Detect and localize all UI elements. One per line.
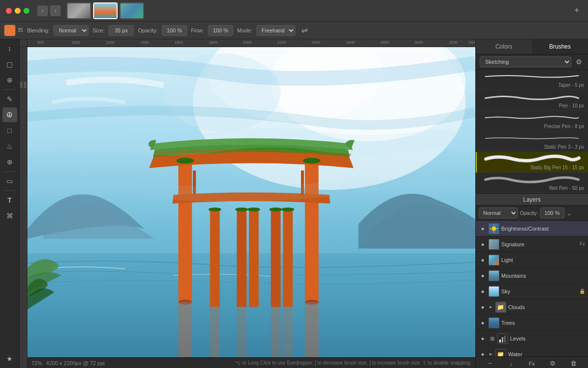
layer-visibility-light[interactable]: ● bbox=[479, 256, 487, 264]
tab-brushes[interactable]: Brushes bbox=[532, 39, 588, 54]
color-swatch[interactable] bbox=[4, 25, 16, 36]
layer-visibility-levels[interactable]: ● bbox=[479, 335, 487, 342]
brush-preview-precise-pen bbox=[480, 113, 584, 123]
layer-expand-water[interactable]: ► bbox=[489, 351, 493, 356]
layer-visibility-mountains[interactable]: ● bbox=[479, 272, 487, 280]
layer-mountains[interactable]: ● Mountains bbox=[476, 268, 588, 284]
svg-point-17 bbox=[209, 208, 221, 211]
close-button[interactable] bbox=[6, 8, 12, 14]
paint-brush-tool[interactable]: ☮ bbox=[2, 107, 17, 122]
maximize-button[interactable] bbox=[24, 8, 29, 14]
layer-expand-clouds[interactable]: ► bbox=[489, 304, 493, 310]
svg-rect-37 bbox=[499, 340, 501, 342]
painting-canvas[interactable] bbox=[27, 47, 475, 357]
move-tool[interactable]: ↕ bbox=[2, 41, 17, 56]
layer-name-water: Water bbox=[508, 351, 585, 357]
clone-tool[interactable]: ⊕ bbox=[2, 155, 17, 169]
zoom-tool[interactable]: ⌘ bbox=[2, 209, 17, 223]
eraser-tool[interactable]: □ bbox=[2, 123, 17, 138]
tab-colors[interactable]: Colors bbox=[476, 39, 532, 54]
crop-tool[interactable]: ⊕ bbox=[2, 73, 17, 87]
brush-category-select[interactable]: Sketching Inking Painting bbox=[480, 56, 571, 67]
brush-preview-wet-pen bbox=[480, 175, 584, 184]
traffic-lights bbox=[6, 8, 29, 14]
ruler-mark: 1400 bbox=[140, 40, 149, 45]
opacity-label: Opacity: bbox=[520, 210, 538, 216]
brush-item-precise-pen[interactable]: Precise Pen - 8 px bbox=[476, 111, 588, 131]
brush-name-pen: Pen - 10 px bbox=[480, 103, 584, 108]
tab-2[interactable] bbox=[93, 2, 118, 19]
layer-thumb-brightness-contrast bbox=[489, 223, 499, 234]
select-tool[interactable]: ▢ bbox=[2, 57, 17, 72]
ruler-mark: 2800 bbox=[380, 40, 389, 45]
statusbar: 72% 4200 x 2200px @ 72 ppi ⌥ or Long Cli… bbox=[27, 357, 475, 368]
layer-brightness-contrast[interactable]: ● Brightness/Contrast bbox=[476, 221, 588, 237]
tool-divider-3 bbox=[4, 190, 16, 191]
stabilize-icon[interactable]: ⇌ bbox=[301, 26, 308, 35]
layer-levels[interactable]: ● ▦ Levels bbox=[476, 331, 588, 346]
layer-visibility-sky[interactable]: ● bbox=[479, 288, 487, 295]
brush-name-wet-pen: Wet Pen - 50 px bbox=[480, 185, 584, 191]
forward-button[interactable]: › bbox=[50, 5, 61, 16]
layer-water[interactable]: ● ► 📁 Water bbox=[476, 346, 588, 356]
svg-point-11 bbox=[303, 158, 320, 164]
layers-opacity-spinner[interactable]: ⌄ bbox=[566, 209, 572, 217]
tab-3[interactable] bbox=[120, 2, 144, 19]
layer-thumb-mountains bbox=[489, 270, 499, 281]
layer-visibility-trees[interactable]: ● bbox=[479, 319, 487, 327]
svg-rect-26 bbox=[210, 307, 220, 357]
layers-download-button[interactable]: ↓ bbox=[506, 359, 516, 368]
brush-preview-pen bbox=[480, 92, 584, 102]
blending-select[interactable]: Normal Multiply Screen bbox=[53, 25, 89, 36]
layer-visibility-signature[interactable]: ● bbox=[479, 240, 487, 248]
layer-signature[interactable]: ● Signature Fx bbox=[476, 237, 588, 252]
layer-visibility-clouds[interactable]: ● bbox=[479, 303, 487, 311]
dimensions: 4200 x 2200px @ 72 ppi bbox=[46, 360, 104, 366]
layers-delete-button[interactable]: 🗑 bbox=[569, 359, 579, 368]
new-document-button[interactable]: + bbox=[571, 5, 582, 16]
layer-mask-levels[interactable]: ▦ bbox=[489, 335, 495, 342]
layers-settings-button[interactable]: ⚙ bbox=[548, 359, 558, 368]
mode-label: Mode: bbox=[237, 27, 252, 33]
size-input[interactable] bbox=[108, 25, 134, 36]
eyedropper-tool[interactable]: ✎ bbox=[2, 92, 17, 106]
back-button[interactable]: ‹ bbox=[37, 5, 48, 16]
brush-item-wet-pen[interactable]: Wet Pen - 50 px bbox=[476, 173, 588, 193]
layer-visibility-water[interactable]: ● bbox=[479, 350, 487, 357]
flow-input[interactable] bbox=[208, 25, 233, 36]
ruler-vertical: 400 600 800 1000 1200 1400 1600 1800 200… bbox=[20, 47, 27, 368]
layer-thumb-levels bbox=[497, 333, 508, 344]
ruler-mark: 2000 bbox=[243, 40, 252, 45]
layer-fx-badge-signature: Fx bbox=[580, 241, 585, 247]
text-tool[interactable]: T bbox=[2, 193, 17, 208]
layers-opacity-input[interactable] bbox=[540, 208, 564, 218]
brush-settings-button[interactable]: ⚙ bbox=[573, 56, 584, 67]
brush-name-static-big-pen: Static Big Pen 15 - 15 px bbox=[481, 165, 584, 170]
minimize-button[interactable] bbox=[15, 8, 21, 14]
layer-visibility-brightness-contrast[interactable]: ● bbox=[479, 225, 487, 233]
smudge-tool[interactable]: ♨ bbox=[2, 139, 17, 154]
layers-blend-select[interactable]: Normal Multiply bbox=[479, 208, 518, 218]
layer-sky[interactable]: ● Sky 🔒 bbox=[476, 284, 588, 299]
shape-tool[interactable]: ▭ bbox=[2, 174, 17, 188]
layer-thumb-trees bbox=[489, 317, 499, 328]
brush-item-taper[interactable]: Taper - 5 px bbox=[476, 70, 588, 90]
brush-item-static-big-pen[interactable]: Static Big Pen 15 - 15 px bbox=[476, 152, 588, 173]
layer-trees[interactable]: ● Trees bbox=[476, 315, 588, 331]
favorites-tool[interactable]: ★ bbox=[2, 351, 17, 366]
layers-footer: − ↓ Fx ⚙ 🗑 bbox=[476, 356, 588, 368]
layer-clouds[interactable]: ● ► 📁 Clouds bbox=[476, 299, 588, 315]
svg-point-19 bbox=[247, 208, 260, 211]
brush-item-static-pen[interactable]: Static Pen 3 - 3 px bbox=[476, 131, 588, 152]
brush-item-pen[interactable]: Pen - 10 px bbox=[476, 90, 588, 111]
mode-select[interactable]: Freehand Line bbox=[256, 25, 295, 36]
panel-tabs: Colors Brushes bbox=[476, 39, 588, 54]
layers-fx-button[interactable]: Fx bbox=[527, 359, 537, 368]
svg-point-10 bbox=[176, 158, 194, 164]
tab-1[interactable] bbox=[67, 2, 91, 19]
layers-minus-button[interactable]: − bbox=[485, 359, 495, 368]
opacity-input[interactable] bbox=[162, 25, 187, 36]
brush-preview-taper bbox=[480, 72, 584, 81]
canvas-area[interactable]: 800 1000 1200 1400 1600 1800 2000 2200 2… bbox=[20, 39, 475, 368]
layer-light[interactable]: ● Light bbox=[476, 252, 588, 268]
